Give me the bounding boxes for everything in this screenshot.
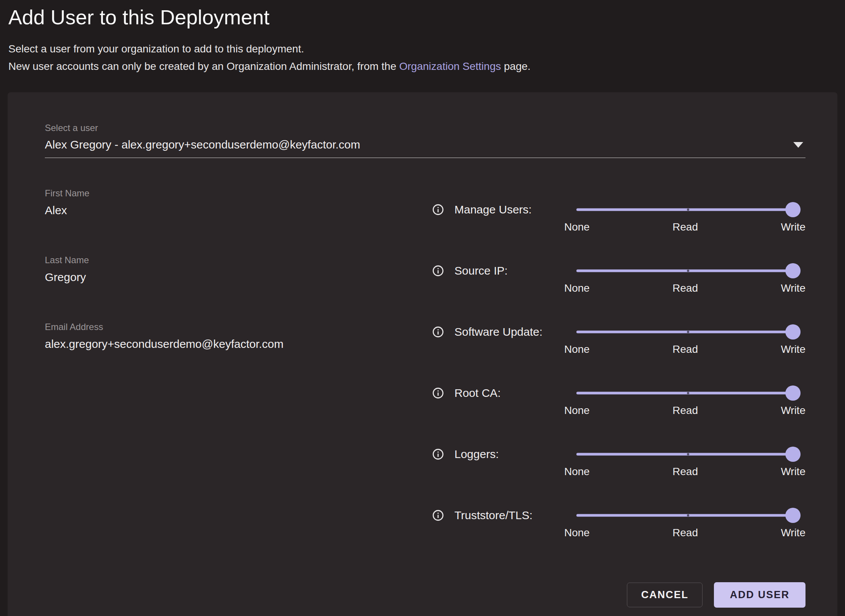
user-select[interactable]: Select a user Alex Gregory - alex.gregor… <box>45 123 805 158</box>
page-title: Add User to this Deployment <box>8 5 836 29</box>
slider-label-write: Write <box>781 221 805 233</box>
slider-label-none: None <box>564 282 590 294</box>
page-subtitle: Select a user from your organization to … <box>8 40 836 75</box>
permission-row-manage-users: Manage Users: None Read Write <box>432 201 805 233</box>
user-select-label: Select a user <box>45 123 805 133</box>
email-address-value: alex.gregory+seconduserdemo@keyfactor.co… <box>45 338 283 350</box>
first-name-label: First Name <box>45 188 432 199</box>
permission-row-truststore-tls: Truststore/TLS: None Read Write <box>432 507 805 539</box>
permission-label: Loggers: <box>454 446 499 463</box>
slider-tick <box>687 453 689 455</box>
permission-slider-root-ca[interactable] <box>576 385 799 401</box>
slider-thumb[interactable] <box>785 202 801 217</box>
permission-slider-software-update[interactable] <box>576 324 799 340</box>
permission-label: Software Update: <box>454 324 543 340</box>
slider-label-write: Write <box>781 466 805 478</box>
subtitle-line-2-text: New user accounts can only be created by… <box>8 60 399 72</box>
permission-label: Root CA: <box>454 385 501 401</box>
permission-slider-manage-users[interactable] <box>576 201 799 218</box>
slider-label-none: None <box>564 343 590 355</box>
slider-labels: None Read Write <box>564 221 805 233</box>
slider-thumb[interactable] <box>785 447 801 462</box>
permission-label: Source IP: <box>454 262 508 279</box>
slider-label-read: Read <box>673 221 698 233</box>
first-name-value: Alex <box>45 204 67 216</box>
add-user-button[interactable]: ADD USER <box>714 582 805 608</box>
subtitle-line-2-suffix: page. <box>501 60 530 72</box>
slider-label-read: Read <box>673 404 698 417</box>
slider-thumb[interactable] <box>785 324 801 340</box>
slider-thumb[interactable] <box>785 508 801 523</box>
dialog-actions: CANCEL ADD USER <box>627 582 805 608</box>
slider-label-read: Read <box>673 282 698 294</box>
slider-labels: None Read Write <box>564 282 805 294</box>
info-icon[interactable] <box>432 264 445 277</box>
slider-tick <box>687 208 689 211</box>
slider-tick <box>687 331 689 333</box>
permission-row-root-ca: Root CA: None Read Write <box>432 385 805 417</box>
permission-label: Truststore/TLS: <box>454 507 533 524</box>
permission-row-loggers: Loggers: None Read Write <box>432 446 805 478</box>
slider-labels: None Read Write <box>564 466 805 478</box>
permission-row-software-update: Software Update: None Read Write <box>432 324 805 355</box>
organization-settings-link[interactable]: Organization Settings <box>399 60 501 72</box>
add-user-card: Select a user Alex Gregory - alex.gregor… <box>8 92 837 616</box>
info-icon[interactable] <box>432 387 445 400</box>
first-name-field: First Name Alex <box>45 188 432 218</box>
slider-labels: None Read Write <box>564 527 805 539</box>
subtitle-line-1: Select a user from your organization to … <box>8 40 836 58</box>
slider-label-write: Write <box>781 527 805 539</box>
info-icon[interactable] <box>432 509 445 522</box>
slider-label-read: Read <box>673 466 698 478</box>
email-address-label: Email Address <box>45 321 432 333</box>
info-icon[interactable] <box>432 203 445 216</box>
slider-label-write: Write <box>781 282 805 294</box>
slider-label-none: None <box>564 466 590 478</box>
slider-label-write: Write <box>781 343 805 355</box>
slider-label-none: None <box>564 527 590 539</box>
cancel-button[interactable]: CANCEL <box>627 583 703 607</box>
slider-label-read: Read <box>673 527 698 539</box>
last-name-field: Last Name Gregory <box>45 254 432 285</box>
slider-tick <box>687 514 689 516</box>
slider-label-write: Write <box>781 404 805 417</box>
slider-label-none: None <box>564 221 590 233</box>
slider-labels: None Read Write <box>564 343 805 355</box>
last-name-value: Gregory <box>45 271 86 283</box>
info-icon[interactable] <box>432 448 445 461</box>
subtitle-line-2: New user accounts can only be created by… <box>8 58 836 75</box>
permission-row-source-ip: Source IP: None Read Write <box>432 262 805 294</box>
last-name-label: Last Name <box>45 254 432 266</box>
permission-slider-truststore-tls[interactable] <box>576 507 799 524</box>
slider-labels: None Read Write <box>564 404 805 417</box>
slider-label-read: Read <box>673 343 698 355</box>
email-address-field: Email Address alex.gregory+seconduserdem… <box>45 321 432 352</box>
info-icon[interactable] <box>432 325 445 338</box>
slider-thumb[interactable] <box>785 263 801 278</box>
permission-label: Manage Users: <box>454 201 532 218</box>
dropdown-arrow-icon[interactable] <box>793 142 803 148</box>
slider-tick <box>687 392 689 394</box>
slider-label-none: None <box>564 404 590 417</box>
permission-slider-source-ip[interactable] <box>576 262 799 279</box>
permissions-panel: Manage Users: None Read Write <box>432 158 805 568</box>
slider-thumb[interactable] <box>785 385 801 401</box>
page-header: Add User to this Deployment Select a use… <box>0 0 845 75</box>
permission-slider-loggers[interactable] <box>576 446 799 463</box>
user-select-value: Alex Gregory - alex.gregory+seconduserde… <box>45 138 360 151</box>
user-details: First Name Alex Last Name Gregory Email … <box>45 158 432 568</box>
slider-tick <box>687 270 689 272</box>
